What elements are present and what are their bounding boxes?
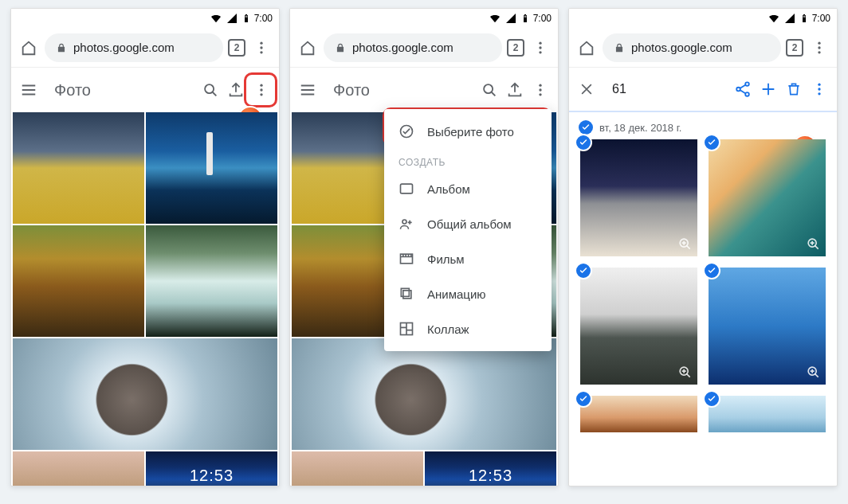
photo-thumbnail-selected[interactable] <box>709 139 826 256</box>
status-bar: 7:00 <box>290 9 558 28</box>
status-bar: 7:00 <box>569 9 837 28</box>
check-icon <box>575 390 592 408</box>
magnify-icon[interactable] <box>805 236 821 252</box>
photo-thumbnail[interactable] <box>146 225 277 337</box>
cellular-icon <box>504 12 517 25</box>
address-bar[interactable]: photos.google.com <box>603 33 781 62</box>
lock-icon <box>335 42 346 53</box>
photo-thumbnail[interactable] <box>425 451 556 486</box>
browser-menu-icon[interactable] <box>250 37 273 59</box>
phone-screen-3: 7:00 photos.google.com 2 61 вт, 18 дек. <box>568 8 838 486</box>
menu-item-label: Коллаж <box>427 322 469 336</box>
menu-shared-album[interactable]: Общий альбом <box>384 206 552 241</box>
overflow-menu: Выберите фото СОЗДАТЬ Альбом Общий альбо… <box>384 109 552 351</box>
tab-count[interactable]: 2 <box>786 39 803 57</box>
tab-count[interactable]: 2 <box>228 39 245 57</box>
photo-thumbnail-selected[interactable] <box>580 396 697 432</box>
phone-screen-1: 7:00 photos.google.com 2 Фото 1 <box>10 8 280 486</box>
url-text: photos.google.com <box>352 41 453 54</box>
menu-item-label: Фильм <box>427 252 465 266</box>
menu-select-photo[interactable]: Выберите фото <box>384 114 552 149</box>
add-to-icon[interactable] <box>757 78 779 100</box>
battery-icon <box>520 12 530 25</box>
home-icon[interactable] <box>18 37 40 59</box>
check-icon <box>703 262 720 279</box>
overflow-menu-icon[interactable] <box>250 79 273 101</box>
photo-thumbnail-selected[interactable] <box>709 396 826 432</box>
collage-icon <box>398 321 414 337</box>
tab-count[interactable]: 2 <box>507 39 524 57</box>
wifi-icon <box>210 12 222 25</box>
magnify-icon[interactable] <box>805 364 821 380</box>
page-title: Фото <box>48 81 191 100</box>
photo-thumbnail-selected[interactable] <box>580 268 697 385</box>
photo-thumbnail[interactable] <box>13 225 144 337</box>
check-icon <box>575 134 592 151</box>
magnify-icon[interactable] <box>677 236 693 252</box>
wifi-icon <box>489 12 501 25</box>
photo-thumbnail[interactable] <box>146 451 277 486</box>
address-bar[interactable]: photos.google.com <box>324 33 502 62</box>
menu-item-label: Общий альбом <box>427 217 512 231</box>
overflow-menu-icon[interactable] <box>529 79 552 101</box>
photo-thumbnail[interactable] <box>292 338 556 450</box>
overflow-menu-icon[interactable] <box>808 78 830 100</box>
menu-animation[interactable]: Анимацию <box>384 276 552 311</box>
home-icon[interactable] <box>575 37 598 59</box>
upload-icon[interactable] <box>504 79 526 101</box>
browser-menu-icon[interactable] <box>808 37 830 59</box>
date-check-icon <box>579 120 593 135</box>
upload-icon[interactable] <box>225 79 247 101</box>
select-check-icon <box>398 123 414 139</box>
menu-album[interactable]: Альбом <box>384 171 552 206</box>
photo-thumbnail[interactable] <box>292 451 423 486</box>
check-icon <box>703 134 720 151</box>
photo-thumbnail[interactable] <box>13 112 144 224</box>
battery-icon <box>799 12 809 25</box>
date-label: вт, 18 дек. 2018 г. <box>599 122 681 134</box>
check-icon <box>575 262 592 279</box>
menu-item-label: Выберите фото <box>427 125 514 139</box>
phone-screen-2: 7:00 photos.google.com 2 Фото <box>289 8 559 486</box>
app-header: Фото 1 <box>11 68 279 112</box>
selection-grid <box>569 139 837 439</box>
browser-omnibar: photos.google.com 2 <box>11 28 279 68</box>
battery-icon <box>241 12 251 25</box>
menu-collage[interactable]: Коллаж <box>384 311 552 346</box>
album-icon <box>398 181 414 197</box>
share-icon[interactable] <box>732 78 754 100</box>
animation-icon <box>398 286 414 302</box>
lock-icon <box>614 42 625 53</box>
photo-thumbnail[interactable] <box>13 451 144 486</box>
status-time: 7:00 <box>254 13 273 24</box>
delete-icon[interactable] <box>783 78 805 100</box>
address-bar[interactable]: photos.google.com <box>45 33 223 62</box>
home-icon[interactable] <box>296 37 319 59</box>
photo-thumbnail[interactable] <box>146 112 277 224</box>
magnify-icon[interactable] <box>677 364 693 380</box>
wifi-icon <box>768 12 780 25</box>
status-bar: 7:00 <box>11 9 279 28</box>
hamburger-menu-icon[interactable] <box>18 79 40 101</box>
page-title: Фото <box>327 81 470 100</box>
menu-movie[interactable]: Фильм <box>384 241 552 276</box>
url-text: photos.google.com <box>73 41 175 54</box>
cellular-icon <box>226 12 238 25</box>
hamburger-menu-icon[interactable] <box>296 79 319 101</box>
menu-item-label: Анимацию <box>427 287 486 301</box>
browser-omnibar: photos.google.com 2 <box>290 28 558 68</box>
browser-menu-icon[interactable] <box>529 37 552 59</box>
search-icon[interactable] <box>478 79 501 101</box>
date-header[interactable]: вт, 18 дек. 2018 г. <box>569 112 837 139</box>
browser-omnibar: photos.google.com 2 <box>569 28 837 68</box>
close-selection-icon[interactable] <box>575 78 598 100</box>
movie-icon <box>398 251 414 267</box>
search-icon[interactable] <box>199 79 222 101</box>
photo-thumbnail-selected[interactable] <box>709 268 826 385</box>
selection-header: 61 <box>569 68 837 112</box>
photo-thumbnail-selected[interactable] <box>580 139 697 256</box>
url-text: photos.google.com <box>631 41 732 54</box>
photo-thumbnail[interactable] <box>13 338 277 450</box>
status-time: 7:00 <box>533 13 552 24</box>
check-icon <box>703 390 720 408</box>
